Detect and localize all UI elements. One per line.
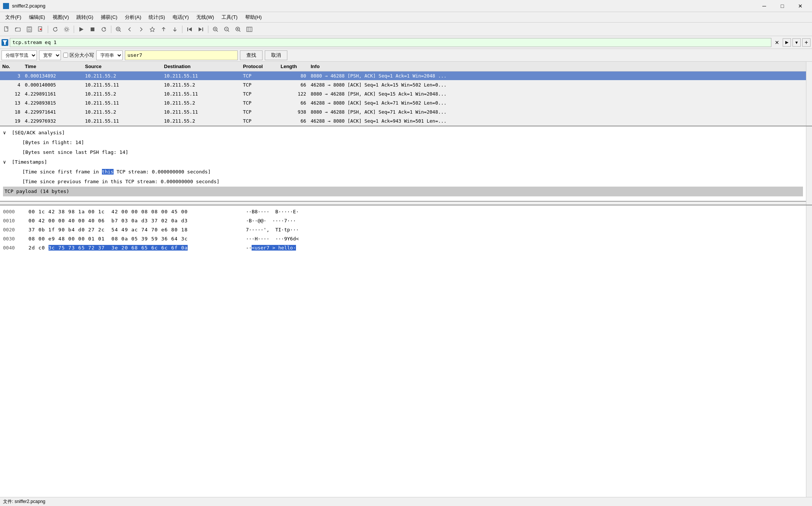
prev-marked-button[interactable] xyxy=(158,24,169,35)
hex-dump-scrollbar[interactable] xyxy=(806,205,812,506)
maximize-button[interactable]: □ xyxy=(774,0,791,12)
svg-point-30 xyxy=(237,28,238,30)
detail-tcp-payload: TCP payload (14 bytes) xyxy=(3,187,803,196)
hex-dump-pane: 0000 00 1c 42 38 98 1a 00 1c 42 00 00 08… xyxy=(0,205,812,506)
packet-detail-pane: ∨ [SEQ/ACK analysis] [Bytes in flight: 1… xyxy=(0,126,812,205)
menu-edit[interactable]: 编辑(E) xyxy=(25,12,49,22)
hex-dump: 0000 00 1c 42 38 98 1a 00 1c 42 00 00 08… xyxy=(0,205,806,506)
svg-marker-10 xyxy=(79,27,83,32)
next-marked-button[interactable] xyxy=(170,24,180,35)
filter-bar: ✕ ▶ ▼ + xyxy=(0,36,812,49)
close-capture-button[interactable] xyxy=(35,24,46,35)
capture-options-button[interactable] xyxy=(61,24,72,35)
close-button[interactable]: ✕ xyxy=(792,0,809,12)
menu-tools[interactable]: 工具(T) xyxy=(218,12,241,22)
search-cancel-button[interactable]: 取消 xyxy=(265,50,287,60)
status-bar: 文件: sniffer2.pcapng xyxy=(0,497,812,506)
svg-rect-4 xyxy=(28,29,30,31)
menu-view[interactable]: 视图(V) xyxy=(49,12,73,22)
window-title: sniffer2.pcapng xyxy=(12,3,46,9)
packet-list-pane: No. Time Source Destination Protocol Len… xyxy=(0,62,812,126)
toolbar xyxy=(0,23,812,36)
menu-statistics[interactable]: 统计(S) xyxy=(145,12,168,22)
svg-rect-20 xyxy=(187,27,188,31)
table-row[interactable]: 13 4.229893815 10.211.55.11 10.211.55.2 … xyxy=(0,99,806,108)
reload-button[interactable] xyxy=(50,24,61,35)
col-header-length: Length xyxy=(278,64,308,69)
title-bar: sniffer2.pcapng ─ □ ✕ xyxy=(0,0,812,12)
toolbar-sep5 xyxy=(208,26,208,33)
open-file-button[interactable] xyxy=(13,24,23,35)
zoom-in-button[interactable] xyxy=(113,24,124,35)
app-icon xyxy=(3,3,9,9)
search-width-dropdown[interactable]: 宽窄 xyxy=(39,50,61,60)
start-capture-button[interactable] xyxy=(76,24,87,35)
save-file-button[interactable] xyxy=(24,24,35,35)
filter-add-button[interactable]: + xyxy=(802,38,810,47)
first-packet-button[interactable] xyxy=(184,24,195,35)
search-input[interactable] xyxy=(125,50,238,60)
packet-detail-scrollbar[interactable] xyxy=(806,126,812,205)
detail-seq-ack: ∨ [SEQ/ACK analysis] xyxy=(3,128,803,138)
new-file-button[interactable] xyxy=(2,24,12,35)
svg-rect-0 xyxy=(5,27,8,31)
col-header-protocol: Protocol xyxy=(241,64,278,69)
svg-line-25 xyxy=(217,30,218,32)
restart-capture-button[interactable] xyxy=(99,24,109,35)
menu-file[interactable]: 文件(F) xyxy=(2,12,25,22)
case-sensitive-label[interactable]: 区分大小写 xyxy=(63,52,94,59)
search-bar: 分组字节流 宽窄 区分大小写 字符串 查找 取消 xyxy=(0,49,812,62)
mark-packet-button[interactable] xyxy=(147,24,158,35)
col-header-destination: Destination xyxy=(162,64,241,69)
svg-marker-12 xyxy=(105,27,106,29)
table-row[interactable]: 4 0.000140005 10.211.55.11 10.211.55.2 T… xyxy=(0,81,806,90)
main-content: No. Time Source Destination Protocol Len… xyxy=(0,62,812,506)
last-packet-button[interactable] xyxy=(196,24,206,35)
svg-marker-35 xyxy=(3,40,7,45)
table-row[interactable]: 12 4.229891161 10.211.55.2 10.211.55.11 … xyxy=(0,90,806,99)
packet-list: No. Time Source Destination Protocol Len… xyxy=(0,62,806,126)
stop-capture-button[interactable] xyxy=(87,24,98,35)
col-header-source: Source xyxy=(83,64,162,69)
packet-detail: ∨ [SEQ/ACK analysis] [Bytes in flight: 1… xyxy=(0,126,806,202)
zoom-in2-button[interactable] xyxy=(210,24,221,35)
zoom-reset-button[interactable] xyxy=(233,24,243,35)
detail-time-prev: [Time since previous frame in this TCP s… xyxy=(3,177,803,187)
col-header-no: No. xyxy=(0,64,23,69)
filter-icon xyxy=(2,39,8,46)
filter-input[interactable] xyxy=(10,38,771,47)
search-type-dropdown[interactable]: 字符串 xyxy=(96,50,123,60)
menu-goto[interactable]: 跳转(G) xyxy=(73,12,97,22)
packet-list-scrollbar[interactable] xyxy=(806,62,812,126)
detail-bytes-psh: [Bytes sent since last PSH flag: 14] xyxy=(3,147,803,157)
minimize-button[interactable]: ─ xyxy=(756,0,773,12)
filter-clear-button[interactable]: ✕ xyxy=(773,38,781,47)
hex-row-0030: 0030 08 00 e9 48 00 00 01 01 08 0a 05 39… xyxy=(3,234,803,243)
svg-point-8 xyxy=(65,28,68,30)
detail-bytes-flight: [Bytes in flight: 14] xyxy=(3,138,803,147)
table-row[interactable]: 3 0.000134892 10.211.55.2 10.211.55.11 T… xyxy=(0,71,806,81)
menu-analyze[interactable]: 分析(A) xyxy=(121,12,145,22)
toolbar-sep1 xyxy=(48,26,48,33)
search-display-dropdown[interactable]: 分组字节流 xyxy=(2,50,37,60)
title-bar-controls: ─ □ ✕ xyxy=(756,0,809,12)
find-button[interactable]: 查找 xyxy=(240,50,263,60)
detail-timestamps: ∨ [Timestamps] xyxy=(3,157,803,167)
menu-help[interactable]: 帮助(H) xyxy=(241,12,266,22)
menu-capture[interactable]: 捕获(C) xyxy=(97,12,121,22)
menu-wireless[interactable]: 无线(W) xyxy=(193,12,218,22)
detail-time-first: [Time since first frame in this TCP stre… xyxy=(3,167,803,177)
table-row[interactable]: 18 4.229971641 10.211.55.2 10.211.55.11 … xyxy=(0,108,806,117)
hex-row-0020: 0020 37 0b 1f 90 b4 d0 27 2c 54 49 ac 74… xyxy=(3,225,803,234)
filter-dropdown-button[interactable]: ▼ xyxy=(792,38,801,47)
svg-rect-21 xyxy=(202,27,203,31)
prev-button[interactable] xyxy=(124,24,135,35)
menu-phone[interactable]: 电话(Y) xyxy=(169,12,193,22)
resize-columns-button[interactable] xyxy=(244,24,255,35)
next-button[interactable] xyxy=(136,24,146,35)
svg-line-31 xyxy=(239,30,240,32)
filter-apply-button[interactable]: ▶ xyxy=(783,38,791,47)
zoom-out2-button[interactable] xyxy=(222,24,232,35)
table-row[interactable]: 19 4.229976932 10.211.55.11 10.211.55.2 … xyxy=(0,117,806,126)
case-sensitive-checkbox[interactable] xyxy=(63,53,68,58)
